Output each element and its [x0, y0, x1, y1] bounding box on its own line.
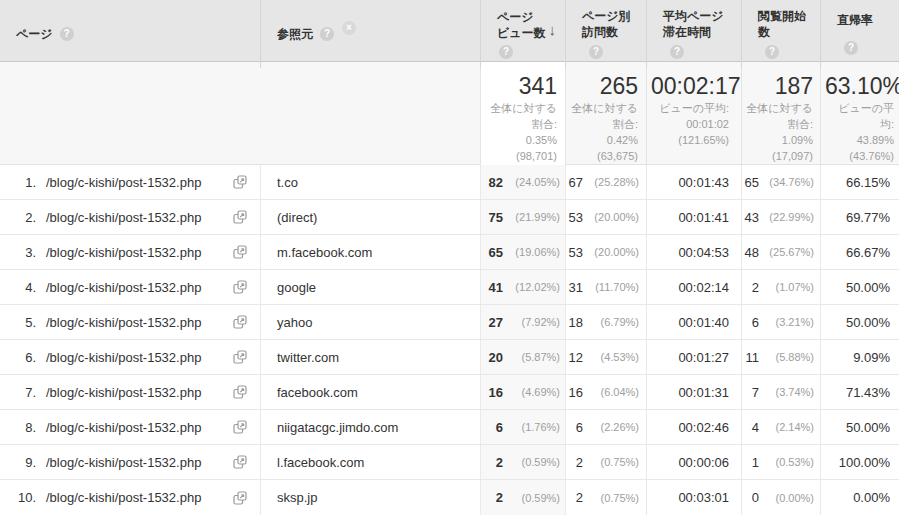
referrer-value: sksp.jp	[277, 490, 317, 505]
page-cell: 6. /blog/c-kishi/post-1532.php	[0, 340, 261, 374]
table-row: 7. /blog/c-kishi/post-1532.php facebook.…	[0, 375, 899, 410]
column-header-entrances-label: 閲覧開始数	[758, 8, 812, 40]
row-rank: 5.	[12, 315, 36, 330]
page-cell: 3. /blog/c-kishi/post-1532.php	[0, 235, 261, 269]
open-page-icon[interactable]	[233, 280, 247, 294]
open-page-icon[interactable]	[233, 210, 247, 224]
pageviews-percent: (4.69%)	[503, 386, 560, 398]
open-page-icon[interactable]	[233, 455, 247, 469]
summary-entrances-ratio-pct: 1.09%	[746, 133, 813, 149]
summary-pageviews: 341 全体に対する割合: 0.35% (98,701)	[481, 62, 566, 165]
unique-pageviews-percent: (11.70%)	[583, 281, 639, 293]
pageviews-percent: (0.59%)	[503, 492, 560, 504]
referrer-value: (direct)	[277, 210, 317, 225]
pageviews-percent: (5.87%)	[503, 351, 560, 363]
help-icon[interactable]: ?	[320, 27, 334, 41]
help-icon[interactable]: ?	[589, 45, 603, 59]
summary-row: 341 全体に対する割合: 0.35% (98,701) 265 全体に対する割…	[0, 62, 899, 165]
referrer-value: t.co	[277, 175, 298, 190]
referrer-cell: m.facebook.com	[261, 235, 481, 269]
row-rank: 7.	[12, 385, 36, 400]
entrances-value: 4	[752, 420, 759, 435]
summary-spacer-cell	[0, 62, 481, 165]
column-header-bounce-rate[interactable]: 直帰率 ?	[821, 0, 899, 68]
row-rank: 8.	[12, 420, 36, 435]
open-page-icon[interactable]	[233, 315, 247, 329]
entrances-percent: (25.67%)	[759, 246, 814, 258]
open-page-icon[interactable]	[233, 175, 247, 189]
help-icon[interactable]: ?	[765, 45, 779, 59]
help-icon[interactable]: ?	[60, 27, 74, 41]
column-header-page[interactable]: ページ ?	[0, 0, 261, 68]
table-header-row: ページ ? 参照元 ? × ページ ビュー数 ↓ ? ページ別訪問数 ? 平均ペ…	[0, 0, 899, 62]
table-row: 5. /blog/c-kishi/post-1532.php yahoo 27 …	[0, 305, 899, 340]
help-icon[interactable]: ?	[670, 45, 684, 59]
entrances-percent: (34.76%)	[759, 176, 814, 188]
column-header-unique-pageviews[interactable]: ページ別訪問数 ?	[566, 0, 647, 68]
page-path: /blog/c-kishi/post-1532.php	[46, 210, 201, 225]
help-icon[interactable]: ?	[844, 41, 858, 55]
referrer-value: yahoo	[277, 315, 312, 330]
column-header-pageviews[interactable]: ページ ビュー数 ↓ ?	[481, 0, 566, 68]
bounce-rate-value: 71.43%	[846, 385, 890, 400]
unique-pageviews-cell: 67 (25.28%)	[566, 165, 647, 199]
pageviews-value: 20	[489, 350, 503, 365]
row-rank: 4.	[12, 280, 36, 295]
open-page-icon[interactable]	[233, 385, 247, 399]
table-row: 10. /blog/c-kishi/post-1532.php sksp.jp …	[0, 480, 899, 515]
entrances-value: 48	[745, 245, 759, 260]
unique-pageviews-value: 31	[569, 280, 583, 295]
referrer-cell: l.facebook.com	[261, 445, 481, 479]
pageviews-cell: 16 (4.69%)	[481, 375, 566, 409]
bounce-rate-cell: 66.67%	[821, 235, 899, 269]
column-header-referrer[interactable]: 参照元 ? ×	[261, 0, 481, 68]
entrances-value: 2	[752, 280, 759, 295]
avg-time-cell: 00:01:41	[647, 200, 742, 234]
remove-column-icon[interactable]: ×	[342, 21, 356, 35]
unique-pageviews-percent: (20.00%)	[583, 246, 639, 258]
referrer-value: twitter.com	[277, 350, 339, 365]
entrances-value: 43	[745, 210, 759, 225]
row-rank: 1.	[12, 175, 36, 190]
open-page-icon[interactable]	[233, 245, 247, 259]
help-icon[interactable]: ?	[499, 45, 513, 59]
table-row: 3. /blog/c-kishi/post-1532.php m.faceboo…	[0, 235, 899, 270]
column-header-avg-time[interactable]: 平均ページ滞在時間 ?	[647, 0, 742, 68]
entrances-value: 6	[752, 315, 759, 330]
referrer-value: m.facebook.com	[277, 245, 372, 260]
referrer-cell: google	[261, 270, 481, 304]
sort-descending-icon[interactable]: ↓	[549, 20, 557, 40]
avg-time-value: 00:01:27	[678, 350, 729, 365]
column-header-entrances[interactable]: 閲覧開始数 ?	[742, 0, 821, 68]
bounce-rate-value: 100.00%	[839, 455, 890, 470]
open-page-icon[interactable]	[233, 350, 247, 364]
entrances-percent: (3.74%)	[759, 386, 814, 398]
referrer-cell: (direct)	[261, 200, 481, 234]
referrer-cell: sksp.jp	[261, 480, 481, 515]
pageviews-value: 16	[489, 385, 503, 400]
row-rank: 2.	[12, 210, 36, 225]
table-row: 4. /blog/c-kishi/post-1532.php google 41…	[0, 270, 899, 305]
unique-pageviews-percent: (4.53%)	[583, 351, 639, 363]
referrer-value: google	[277, 280, 316, 295]
unique-pageviews-value: 2	[576, 490, 583, 505]
avg-time-value: 00:01:43	[678, 175, 729, 190]
bounce-rate-value: 66.67%	[846, 245, 890, 260]
entrances-value: 11	[746, 350, 760, 365]
entrances-cell: 0 (0.00%)	[742, 480, 821, 515]
open-page-icon[interactable]	[233, 491, 247, 505]
pageviews-percent: (1.76%)	[503, 421, 560, 433]
bounce-rate-cell: 69.77%	[821, 200, 899, 234]
unique-pageviews-value: 6	[576, 420, 583, 435]
page-path: /blog/c-kishi/post-1532.php	[46, 175, 201, 190]
table-row: 8. /blog/c-kishi/post-1532.php niigatacg…	[0, 410, 899, 445]
summary-unique-total: 265	[570, 72, 638, 101]
referrer-cell: twitter.com	[261, 340, 481, 374]
pageviews-cell: 27 (7.92%)	[481, 305, 566, 339]
open-page-icon[interactable]	[233, 420, 247, 434]
referrer-cell: niigatacgc.jimdo.com	[261, 410, 481, 444]
avg-time-cell: 00:00:06	[647, 445, 742, 479]
avg-time-value: 00:01:31	[678, 385, 729, 400]
avg-time-cell: 00:01:43	[647, 165, 742, 199]
pageviews-cell: 65 (19.06%)	[481, 235, 566, 269]
